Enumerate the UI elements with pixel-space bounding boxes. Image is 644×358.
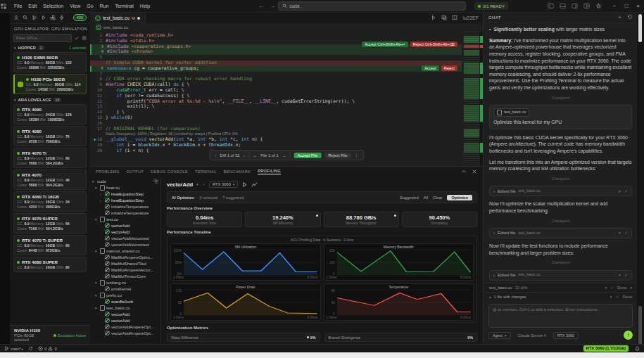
accept-icon[interactable]: ✓ (624, 230, 628, 236)
profile-chart-button[interactable] (251, 181, 258, 188)
gpu-card[interactable]: H100 SXM5 80GBCC: 9.0 Memory: 80GB SMs: … (13, 52, 87, 72)
toggle-panel-left-icon[interactable] (548, 3, 554, 9)
hunk-reject-button[interactable]: Reject Ctrl+Shift+Alt+⌫ (410, 41, 457, 47)
tree-kernel[interactable]: vectorAddAmpereOpt... (90, 330, 160, 336)
gpu-group-header[interactable]: ▾HOPPER21 selected (10, 44, 90, 51)
gear-icon[interactable] (595, 3, 602, 9)
discard-icon[interactable]: × (619, 188, 621, 194)
panel-tab-profiling[interactable]: PROFILING (258, 169, 281, 174)
run-file-icon[interactable] (431, 15, 436, 20)
next-diff-icon[interactable]: ↓ (244, 153, 246, 158)
tree-kernel[interactable]: vectorAddAmpereOpt... (90, 324, 160, 330)
hunk-reject-button[interactable]: Reject (441, 65, 457, 71)
chat-diffs-row[interactable]: test_basic.cu 32 diffs × ✓ Done ▾ (484, 283, 638, 292)
gpu-context-chip[interactable]: RTX 3060 (553, 332, 579, 339)
prev-diff-icon[interactable]: ↑ (215, 153, 217, 158)
gpu-group-header[interactable]: ▾ADA LOVELACE16 (10, 96, 90, 103)
gpu-card[interactable]: H100 PCIe 80GBCC: 9.0 Memory: 80GB SMs: … (13, 74, 87, 94)
menu-selection[interactable]: Selection (43, 4, 63, 8)
gpu-card[interactable]: RTX 4070 SUPERCC: 8.9 Memory: 12GB SMs: … (13, 213, 87, 234)
source-control-icon[interactable] (32, 15, 37, 20)
unsaved-dot-icon[interactable] (137, 17, 140, 20)
ai-all-button[interactable]: All (424, 196, 428, 200)
gpu-card[interactable]: RTX 4080 SUPERCC: 8.9 Memory: 16GB SMs: … (13, 257, 87, 272)
collapse-all-icon[interactable] (153, 179, 158, 184)
menu-view[interactable]: View (70, 4, 80, 8)
code-editor[interactable]: 1#include <cuda_runtime.h>2#include <std… (90, 32, 483, 166)
panel-tab-terminal[interactable]: TERMINAL (195, 170, 217, 174)
minimap[interactable] (464, 32, 479, 166)
list-view-icon[interactable] (82, 35, 87, 41)
account-icon[interactable] (13, 15, 19, 20)
accept-icon[interactable]: ✓ (624, 272, 628, 278)
breadcrumb[interactable]: C test_basic.cu (90, 23, 483, 32)
gpu-emulator-icon[interactable] (59, 15, 65, 20)
toggle-panel-bottom-icon[interactable] (560, 3, 566, 9)
ai-suggested-button[interactable]: Suggested (400, 196, 419, 200)
gpu-card[interactable]: RTX 4060 Ti 16GBCC: 8.9 Memory: 16GB SMs… (13, 191, 87, 212)
tree-file[interactable]: ▾heat.cu (90, 184, 160, 191)
mode-select-chip[interactable]: Agent▾ (488, 332, 511, 339)
discard-icon[interactable]: × (619, 230, 621, 236)
prev-file-icon[interactable]: ← (253, 153, 257, 158)
tree-kernel[interactable]: scanBelloch (90, 298, 160, 305)
check-filter-icon[interactable] (74, 35, 80, 41)
edited-file-row[interactable]: ›Edited filetest_basic.cu×✓ (489, 186, 632, 196)
history-icon[interactable] (627, 14, 633, 20)
discard-icon[interactable]: × (610, 295, 612, 299)
emulator-ready-badge[interactable]: 0/1 READY (474, 2, 508, 10)
extensions-icon[interactable] (50, 15, 56, 20)
tree-kernel[interactable]: vectorAdd (90, 222, 160, 229)
edited-file-row[interactable]: ›Edited filetest_basic.cu×✓ (489, 270, 632, 281)
search-icon[interactable] (23, 15, 28, 20)
tree-kernel[interactable]: MatMulTensorCore (90, 273, 160, 279)
tree-file[interactable]: ▾prefix.cu (90, 292, 160, 298)
panel-tab-output[interactable]: OUTPUT (127, 170, 144, 174)
toggle-panel-right-icon[interactable] (572, 3, 578, 9)
chat-files-row[interactable]: ▴ 1 file with changes × ✓ Done (484, 292, 638, 301)
done-button[interactable]: Done (623, 295, 632, 299)
menu-run[interactable]: Run (100, 4, 109, 8)
window-minimize-button[interactable]: − (613, 3, 617, 9)
next-file-icon[interactable]: → (282, 153, 286, 158)
tree-file[interactable]: ▾testlang.cu (90, 279, 160, 286)
gpu-card[interactable]: RTX 4070 Ti SUPERCC: 8.9 Memory: 16GB SM… (13, 235, 87, 255)
split-editor-icon[interactable] (452, 15, 457, 20)
reject-file-button[interactable]: Reject File (324, 153, 351, 158)
git-branch-item[interactable]: main*+ (4, 346, 23, 351)
ai-clear-button[interactable]: Clear (433, 196, 442, 200)
window-maximize-button[interactable]: □ (624, 3, 628, 9)
discard-icon[interactable]: × (619, 272, 621, 278)
nav-forward-icon[interactable]: → (270, 3, 275, 9)
sync-icon[interactable] (28, 346, 33, 351)
tree-root[interactable]: ▾cuda (90, 178, 160, 184)
menu-terminal[interactable]: Terminal (115, 4, 133, 8)
accept-file-button[interactable]: Accept File (293, 153, 321, 158)
menu-help[interactable]: Help (140, 4, 150, 8)
tree-kernel[interactable]: printKernel (90, 286, 160, 292)
tree-kernel[interactable]: vectorAddVectorized (90, 241, 160, 248)
window-close-button[interactable]: × (636, 3, 640, 9)
tree-kernel[interactable]: vectorAdd (90, 311, 160, 317)
gpu-status-badge[interactable]: RTX 3060 (1.7/12GB) (583, 345, 629, 352)
run-debug-icon[interactable] (41, 15, 46, 20)
selected-checkbox[interactable] (18, 82, 23, 87)
tree-kernel[interactable]: ›heatEquationStep (90, 191, 160, 197)
accept-icon[interactable]: ✓ (624, 188, 628, 194)
tree-kernel[interactable]: vectorAdd (90, 229, 160, 235)
accept-icon[interactable]: ✓ (616, 295, 619, 299)
gpu-card[interactable]: RTX 4070CC: 8.9 Memory: 12GB SMs: 46Core… (13, 170, 87, 190)
kernel-select[interactable]: vectorAdd (167, 181, 193, 188)
tree-file[interactable]: ▾matmul_shared.cu (90, 248, 160, 254)
tree-file[interactable]: ▾test_basic.cu (90, 305, 160, 311)
more-actions-icon[interactable]: \u22EF (462, 15, 479, 20)
global-search-input[interactable]: cuda (278, 1, 466, 11)
hunk-accept-button[interactable]: Accept Ctrl+Shift+Alt+↵ (362, 41, 408, 47)
tree-kernel[interactable]: MatMulSharedTiled (90, 260, 160, 267)
profile-run-button[interactable] (241, 181, 248, 188)
panel-close-icon[interactable] (472, 169, 477, 174)
tree-kernel[interactable]: vectorAdd (90, 317, 160, 324)
accept-icon[interactable]: ✓ (610, 286, 614, 290)
tree-kernel[interactable]: initializeTemperature (90, 210, 160, 216)
gpu-card[interactable]: RTX 4090CC: 8.9 Memory: 24GB SMs: 128Cor… (13, 104, 87, 124)
